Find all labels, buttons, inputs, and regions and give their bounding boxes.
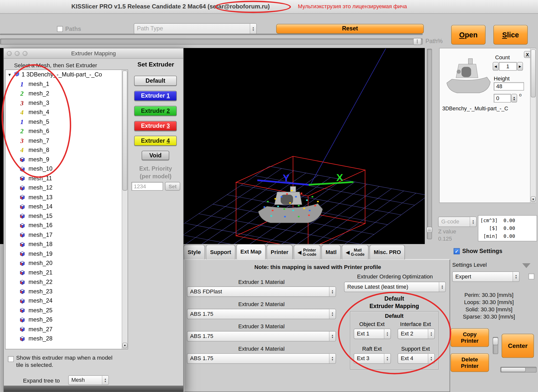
aux-checkbox[interactable]	[529, 273, 534, 279]
raft-ext-combo[interactable]: Ext 3 ▲▼	[354, 353, 391, 364]
path-percent-slider-handle[interactable]	[413, 38, 421, 45]
mesh-row[interactable]: mesh_12	[5, 183, 128, 193]
mesh-row[interactable]: mesh_27	[5, 325, 128, 334]
default-extruder-button[interactable]: Default	[134, 76, 177, 86]
show-settings-checkbox[interactable]: ✓	[453, 248, 460, 254]
mesh-row[interactable]: mesh_15	[5, 211, 128, 221]
mesh-row[interactable]: mesh_20	[5, 259, 128, 268]
open-button[interactable]: Open	[451, 25, 486, 44]
tab-printer-g-code[interactable]: ◀PrinterG-code	[293, 245, 320, 260]
tree-scrollbar[interactable]: ▼	[122, 70, 128, 349]
delete-printer-button[interactable]: Delete Printer	[450, 353, 489, 372]
mesh-row[interactable]: mesh_26	[5, 315, 128, 325]
show-map-checkbox[interactable]	[8, 356, 14, 362]
ordering-value: Reuse Latest (least time)	[347, 284, 408, 290]
tab-matl-g-code[interactable]: ◀MatlG-code	[342, 245, 369, 260]
bottom-scrollbar-thumb[interactable]	[501, 367, 526, 372]
tab-misc-pro[interactable]: Misc. PRO	[370, 245, 405, 260]
count-increment-button[interactable]: ▶	[517, 62, 523, 70]
count-field[interactable]: 1	[499, 62, 517, 70]
extruder-3-button[interactable]: Extruder 3	[134, 121, 177, 131]
material-combo[interactable]: ABS 1.75▲▼	[187, 353, 336, 364]
mesh-row[interactable]: mesh_19	[5, 249, 128, 259]
mesh-row[interactable]: mesh_11	[5, 174, 128, 183]
mesh-row[interactable]: 2mesh_2	[5, 89, 128, 98]
mesh-row[interactable]: mesh_9	[5, 155, 128, 164]
settings-level-triangle-icon[interactable]	[522, 263, 531, 268]
material-combo[interactable]: ABS 1.75▲▼	[187, 331, 336, 341]
mesh-row[interactable]: 4mesh_4	[5, 108, 128, 117]
mesh-row[interactable]: 2mesh_6	[5, 127, 128, 136]
stepper-icon: ▲▼	[329, 309, 336, 319]
expand-tree-combo[interactable]: Mesh ▲▼	[68, 375, 109, 385]
window-titlebar[interactable]: Extruder Mapping	[4, 48, 183, 59]
mesh-row[interactable]: mesh_21	[5, 268, 128, 277]
tree-scroll-down-icon[interactable]: ▼	[122, 343, 127, 348]
extruder-4-button[interactable]: Extruder 4	[134, 136, 177, 146]
material-combo[interactable]: ABS FDPlast▲▼	[187, 287, 336, 297]
tab-matl[interactable]: Matl	[321, 245, 341, 260]
paths-checkbox[interactable]	[57, 26, 63, 32]
mesh-row[interactable]: 3mesh_7	[5, 136, 128, 145]
interface-ext-combo[interactable]: Ext 2 ▲▼	[398, 329, 435, 339]
mesh-row[interactable]: mesh_17	[5, 230, 128, 240]
center-button[interactable]: Center	[502, 334, 534, 358]
mesh-row[interactable]: mesh_22	[5, 277, 128, 287]
tab-support[interactable]: Support	[206, 245, 235, 260]
mesh-label: mesh_23	[28, 288, 52, 295]
mesh-cube-icon	[18, 223, 25, 228]
material-combo[interactable]: ABS 1.75▲▼	[187, 309, 336, 319]
mesh-row[interactable]: 3mesh_3	[5, 98, 128, 108]
rotation-stepper[interactable]: ▲▼	[511, 94, 517, 102]
mesh-cube-icon	[18, 213, 25, 219]
mesh-row[interactable]: mesh_25	[5, 306, 128, 315]
tab-ext-map[interactable]: Ext Map	[236, 244, 266, 260]
ordering-combo[interactable]: Reuse Latest (least time) ▲▼	[344, 282, 446, 292]
extruder-1-button[interactable]: Extruder 1	[134, 91, 177, 101]
tab-printer[interactable]: Printer	[267, 245, 292, 260]
settings-level-combo[interactable]: Expert ▲▼	[452, 271, 520, 282]
slice-label: Slice	[502, 31, 519, 39]
mesh-row[interactable]: 1mesh_1	[5, 79, 128, 89]
reset-button[interactable]: Reset	[276, 24, 424, 34]
mesh-row[interactable]: mesh_10	[5, 164, 128, 174]
gcode-combo[interactable]: G-code ▲▼	[438, 217, 477, 227]
model-panel-scrollbar[interactable]: ▼	[530, 49, 536, 202]
support-ext-combo[interactable]: Ext 4 ▲▼	[398, 353, 435, 364]
reset-label: Reset	[342, 25, 358, 32]
object-ext-combo[interactable]: Ext 1 ▲▼	[354, 329, 391, 339]
speed-line: Perim: 30.30 [mm/s]	[453, 291, 524, 299]
mesh-row[interactable]: mesh_14	[5, 202, 128, 211]
count-decrement-button[interactable]: ◀	[493, 62, 498, 70]
rotation-field[interactable]: 0	[494, 94, 511, 102]
stepper-icon: ▲▼	[329, 331, 336, 341]
void-button[interactable]: Void	[142, 151, 169, 160]
license-annotation-text: Мультиэкструзия это лицензируемая фича	[298, 3, 407, 10]
mesh-row[interactable]: 4mesh_8	[5, 145, 128, 155]
slice-button[interactable]: Slice	[493, 25, 528, 44]
mesh-row[interactable]: mesh_24	[5, 296, 128, 306]
ext-priority-input[interactable]: 1234	[131, 182, 163, 191]
mesh-row[interactable]: mesh_28	[5, 334, 128, 343]
disclosure-triangle-icon[interactable]: ▼	[7, 72, 11, 77]
mesh-row[interactable]: mesh_16	[5, 221, 128, 230]
close-button[interactable]: X	[524, 51, 531, 58]
mesh-row[interactable]: 1mesh_5	[5, 117, 128, 127]
mesh-row[interactable]: mesh_23	[5, 287, 128, 296]
ext-priority-set-button[interactable]: Set	[165, 182, 180, 191]
path-type-combo[interactable]: Path Type ▲▼	[134, 23, 257, 34]
path-percent-slider[interactable]	[0, 38, 423, 45]
height-field[interactable]: 48	[494, 82, 524, 90]
tab-style[interactable]: Style	[183, 245, 205, 260]
tree-root-row[interactable]: ▼ 1 3DBenchy_-_Multi-part_-_Co	[5, 70, 128, 80]
scroll-down-arrow-icon[interactable]: ▼	[531, 196, 536, 202]
mesh-row[interactable]: mesh_13	[5, 193, 128, 202]
z-slider-track[interactable]	[427, 49, 432, 239]
mesh-row[interactable]: mesh_18	[5, 240, 128, 249]
extruder-2-button[interactable]: Extruder 2	[134, 106, 177, 116]
mini-vertical-slider-thumb[interactable]	[493, 338, 498, 345]
mesh-tree[interactable]: ▼ 1 3DBenchy_-_Multi-part_-_Co 1mesh_12m…	[5, 69, 128, 349]
copy-printer-button[interactable]: Copy Printer	[450, 328, 489, 347]
extruder-number-badge: 3	[18, 99, 25, 107]
z-slider-thumb[interactable]	[427, 227, 432, 233]
